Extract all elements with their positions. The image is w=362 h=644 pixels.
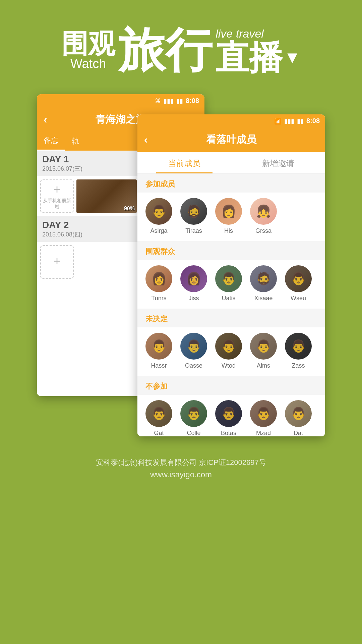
not-joining-grid: 👨 Gat 👨 Colle 👨 Botas xyxy=(137,395,325,436)
member-name-aims: Aims xyxy=(257,362,270,369)
hero-broadcast: 直播 xyxy=(216,41,283,74)
watching-grid: 👩 Tunrs 👩 Jiss 👨 Uatis xyxy=(137,260,325,309)
tab-current-members[interactable]: 当前成员 xyxy=(137,152,231,173)
avatar-mzad: 👨 xyxy=(250,400,277,427)
member-asirga: 👨 Asirga xyxy=(144,198,174,234)
add-photo-label: 从手机相册新增 xyxy=(41,198,73,210)
member-mzad: 👨 Mzad xyxy=(249,400,278,436)
member-name-dat: Dat xyxy=(294,430,303,436)
member-name-his: His xyxy=(224,227,233,234)
avatar-gat: 👨 xyxy=(145,400,172,427)
member-name-mzad: Mzad xyxy=(256,430,271,436)
section-undecided-title: 未决定 xyxy=(145,314,317,324)
avatar-botas: 👨 xyxy=(215,400,242,427)
hero-watch-en: Watch xyxy=(70,57,106,70)
member-uatis: 👨 Uatis xyxy=(214,265,243,302)
member-name-oasse: Oasse xyxy=(185,362,202,369)
member-hassr: 👨 Hassr xyxy=(144,333,174,369)
avatar-tunrs: 👩 xyxy=(145,265,172,292)
avatar-colle: 👨 xyxy=(180,400,207,427)
front-phone-nav: ‹ 看落叶成员 xyxy=(137,128,325,152)
member-tunrs: 👩 Tunrs xyxy=(144,265,174,302)
member-jiss: 👩 Jiss xyxy=(179,265,208,302)
member-name-hassr: Hassr xyxy=(151,362,167,369)
section-watching-title: 围观群众 xyxy=(145,247,317,257)
member-wseu: 👨 Wseu xyxy=(284,265,313,302)
front-phone-status-bar: 📶 ▮▮▮ ▮▮ 8:08 xyxy=(137,114,325,128)
member-name-botas: Botas xyxy=(221,430,236,436)
section-undecided-header: 未决定 xyxy=(137,309,325,327)
section-not-joining-title: 不参加 xyxy=(145,381,317,391)
member-name-tunrs: Tunrs xyxy=(151,295,166,302)
avatar-zass: 👨 xyxy=(285,333,312,360)
member-dat: 👨 Dat xyxy=(284,400,313,436)
section-participating-header: 参加成员 xyxy=(137,174,325,193)
avatar-oasse: 👨 xyxy=(180,333,207,360)
avatar-dat: 👨 xyxy=(285,400,312,427)
front-phone: 📶 ▮▮▮ ▮▮ 8:08 ‹ 看落叶成员 当前成员 新增邀请 参加成员 xyxy=(137,114,325,436)
footer-company: 安科泰(北京)科技发展有限公司 京ICP证12002697号 xyxy=(0,457,362,468)
front-signal-icon: ▮▮▮ xyxy=(284,117,294,125)
phones-container: ⌘ ▮▮▮ ▮▮ 8:08 ‹ 青海湖之旅 结束旅途 备忘 轨 DAY 1 20… xyxy=(37,94,325,446)
hero-section: 围观 Watch 旅行 live travel 直播 ▼ xyxy=(0,0,362,94)
member-botas: 👨 Botas xyxy=(214,400,243,436)
member-colle: 👨 Colle xyxy=(179,400,208,436)
avatar-wseu: 👨 xyxy=(285,265,312,292)
member-gat: 👨 Gat xyxy=(144,400,174,436)
avatar-wtod: 👨 xyxy=(215,333,242,360)
member-zass: 👨 Zass xyxy=(284,333,313,369)
front-phone-time: 8:08 xyxy=(306,117,320,125)
member-name-gat: Gat xyxy=(154,430,164,436)
member-xisaae: 🧔 Xisaae xyxy=(249,265,278,302)
photo1-progress: 90% xyxy=(124,206,135,212)
signal-icon: ▮▮▮ xyxy=(164,97,174,105)
avatar-tiraas: 🧔 xyxy=(180,198,207,225)
member-tiraas: 🧔 Tiraas xyxy=(179,198,208,234)
back-phone-status-bar: ⌘ ▮▮▮ ▮▮ 8:08 xyxy=(37,94,204,108)
section-watching-header: 围观群众 xyxy=(137,241,325,260)
front-battery-icon: ▮▮ xyxy=(297,117,304,125)
wifi-icon: ⌘ xyxy=(155,97,161,105)
footer-website: www.isayigo.com xyxy=(0,468,362,481)
hero-travel-zh: 旅行 xyxy=(118,27,212,74)
member-grssa: 👧 Grssa xyxy=(249,198,278,234)
member-aims: 👨 Aims xyxy=(249,333,278,369)
avatar-jiss: 👩 xyxy=(180,265,207,292)
day2-add-icon: + xyxy=(53,254,60,268)
battery-icon: ▮▮ xyxy=(176,97,183,105)
member-name-tiraas: Tiraas xyxy=(185,227,202,234)
add-photo-btn[interactable]: + 从手机相册新增 xyxy=(40,179,74,213)
member-name-zass: Zass xyxy=(292,362,305,369)
member-name-jiss: Jiss xyxy=(189,295,199,302)
member-oasse: 👨 Oasse xyxy=(179,333,208,369)
avatar-his: 👩 xyxy=(215,198,242,225)
section-not-joining-header: 不参加 xyxy=(137,376,325,395)
tab-invite[interactable]: 新增邀请 xyxy=(231,152,325,173)
back-tab-memo[interactable]: 备忘 xyxy=(37,132,65,151)
member-name-colle: Colle xyxy=(187,430,200,436)
avatar-xisaae: 🧔 xyxy=(250,265,277,292)
avatar-asirga: 👨 xyxy=(145,198,172,225)
member-name-xisaae: Xisaae xyxy=(254,295,273,302)
member-wtod: 👨 Wtod xyxy=(214,333,243,369)
avatar-hassr: 👨 xyxy=(145,333,172,360)
front-phone-back-btn[interactable]: ‹ xyxy=(144,133,148,146)
footer: 安科泰(北京)科技发展有限公司 京ICP证12002697号 www.isayi… xyxy=(0,446,362,488)
member-his: 👩 His xyxy=(214,198,243,234)
back-phone-time: 8:08 xyxy=(186,97,199,105)
front-phone-title: 看落叶成员 xyxy=(206,133,256,147)
back-phone-back-btn[interactable]: ‹ xyxy=(44,113,47,126)
day2-add-btn[interactable]: + xyxy=(40,245,74,279)
back-tab-track[interactable]: 轨 xyxy=(65,132,86,151)
avatar-uatis: 👨 xyxy=(215,265,242,292)
avatar-grssa: 👧 xyxy=(250,198,277,225)
members-content: 参加成员 👨 Asirga 🧔 Tiraas 👩 xyxy=(137,174,325,436)
front-phone-tab-bar: 当前成员 新增邀请 xyxy=(137,152,325,174)
section-participating-title: 参加成员 xyxy=(145,179,317,189)
photo-thumb-1: 90% xyxy=(76,179,137,213)
member-name-uatis: Uatis xyxy=(222,295,235,302)
hero-watch-zh: 围观 xyxy=(61,31,115,57)
undecided-grid: 👨 Hassr 👨 Oasse 👨 Wtod xyxy=(137,327,325,376)
front-wifi-icon: 📶 xyxy=(274,117,282,125)
member-name-wseu: Wseu xyxy=(291,295,306,302)
